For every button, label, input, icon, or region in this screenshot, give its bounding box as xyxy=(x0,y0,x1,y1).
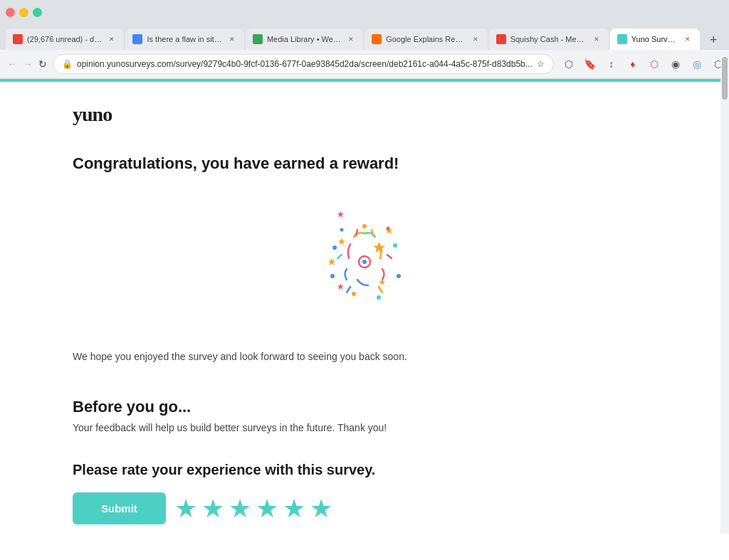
svg-marker-6 xyxy=(337,283,344,290)
back-button[interactable]: ← xyxy=(7,54,17,74)
scrollbar-thumb[interactable] xyxy=(722,57,728,100)
page-content: yuno Congratulations, you have earned a … xyxy=(44,82,685,546)
tab-yuno-label: Yuno Surveys xyxy=(631,35,678,43)
svg-point-16 xyxy=(340,228,344,232)
before-heading: Before you go... xyxy=(73,398,656,416)
tab-remix-favicon xyxy=(372,34,382,44)
svg-line-20 xyxy=(337,255,342,258)
extension-icon-2[interactable]: ◎ xyxy=(688,55,706,73)
rate-heading: Please rate your experience with this su… xyxy=(73,462,656,478)
browser-chrome: (29,676 unread) - de... ✕ Is there a fla… xyxy=(0,0,729,79)
new-tab-button[interactable]: + xyxy=(704,30,723,50)
svg-point-14 xyxy=(377,295,381,300)
tab-gmail-label: (29,676 unread) - de... xyxy=(27,35,103,43)
tab-gmail-close[interactable]: ✕ xyxy=(107,34,117,44)
star-6[interactable]: ★ xyxy=(310,494,332,524)
rating-row: Submit ★ ★ ★ ★ ★ ★ xyxy=(73,492,656,524)
address-text: opinion.yunosurveys.com/survey/9279c4b0-… xyxy=(77,59,533,69)
svg-marker-2 xyxy=(338,238,345,245)
close-button[interactable] xyxy=(6,8,15,17)
tab-media-close[interactable]: ✕ xyxy=(346,34,356,44)
tab-squishy-label: Squishy Cash - Mem... xyxy=(510,35,587,43)
page-area: yuno Congratulations, you have earned a … xyxy=(0,82,729,546)
address-bar-row: ← → ↻ 🔒 opinion.yunosurveys.com/survey/9… xyxy=(0,50,729,78)
tab-remix-label: Google Explains Rem... xyxy=(386,35,466,43)
tab-remix-close[interactable]: ✕ xyxy=(471,34,481,44)
forward-button[interactable]: → xyxy=(23,54,33,74)
svg-point-9 xyxy=(332,245,337,250)
refresh-button[interactable]: ↻ xyxy=(38,54,47,74)
submit-button[interactable]: Submit xyxy=(73,492,166,524)
minimize-button[interactable] xyxy=(19,8,28,17)
tab-site[interactable]: Is there a flaw in site... ✕ xyxy=(125,28,243,50)
tab-gmail[interactable]: (29,676 unread) - de... ✕ xyxy=(6,28,124,50)
toolbar-icons: ⬡ 🔖 ↕ ♦ ⬡ ◉ ◎ ⬡ ⋮ A xyxy=(560,55,729,73)
window-controls xyxy=(6,8,42,17)
extensions-button[interactable]: ⬡ xyxy=(560,55,578,73)
svg-marker-5 xyxy=(374,242,386,253)
tab-gmail-favicon xyxy=(13,34,23,44)
tab-yuno-favicon xyxy=(617,34,627,44)
logo: yuno xyxy=(73,103,656,126)
congrats-heading: Congratulations, you have earned a rewar… xyxy=(73,154,656,173)
address-bar[interactable]: 🔒 opinion.yunosurveys.com/survey/9279c4b… xyxy=(53,54,554,74)
scrollbar[interactable] xyxy=(720,50,729,534)
hope-text: We hope you enjoyed the survey and look … xyxy=(73,351,656,362)
svg-marker-4 xyxy=(328,258,336,266)
tab-squishy-close[interactable]: ✕ xyxy=(592,34,602,44)
svg-point-17 xyxy=(387,227,390,231)
memex-icon[interactable]: ♦ xyxy=(624,55,642,73)
feedback-text: Your feedback will help us build better … xyxy=(73,422,656,433)
celebration-svg xyxy=(293,187,436,329)
maximize-button[interactable] xyxy=(33,8,42,17)
svg-point-13 xyxy=(352,292,356,296)
star-4[interactable]: ★ xyxy=(256,494,278,524)
tab-media-label: Media Library • Wea... xyxy=(267,35,342,43)
star-3[interactable]: ★ xyxy=(229,494,251,524)
svg-marker-8 xyxy=(337,211,344,218)
tab-site-favicon xyxy=(132,34,142,44)
svg-point-10 xyxy=(393,243,397,248)
pocket-icon[interactable]: ⬡ xyxy=(645,55,664,73)
svg-point-1 xyxy=(362,260,367,264)
svg-line-22 xyxy=(347,287,350,292)
tab-media[interactable]: Media Library • Wea... ✕ xyxy=(246,28,363,50)
extension-icon-1[interactable]: ◉ xyxy=(666,55,685,73)
svg-line-23 xyxy=(379,287,382,292)
stars-container: ★ ★ ★ ★ ★ ★ xyxy=(174,494,332,524)
tab-yuno[interactable]: Yuno Surveys ✕ xyxy=(610,28,700,50)
celebration-container xyxy=(73,194,656,322)
bookmark-icon[interactable]: 🔖 xyxy=(581,55,599,73)
title-bar xyxy=(0,0,729,24)
tab-remix[interactable]: Google Explains Rem... ✕ xyxy=(364,28,487,50)
svg-marker-7 xyxy=(379,279,385,285)
sync-icon[interactable]: ↕ xyxy=(602,55,621,73)
tab-media-favicon xyxy=(253,34,263,44)
svg-point-11 xyxy=(330,274,335,278)
browser-window: (29,676 unread) - de... ✕ Is there a fla… xyxy=(0,0,729,560)
star-icon[interactable]: ☆ xyxy=(537,59,545,69)
svg-point-15 xyxy=(362,224,367,228)
svg-point-12 xyxy=(397,274,401,278)
tab-site-close[interactable]: ✕ xyxy=(227,34,237,44)
star-5[interactable]: ★ xyxy=(283,494,305,524)
star-2[interactable]: ★ xyxy=(201,494,224,524)
lock-icon: 🔒 xyxy=(62,59,73,69)
tab-squishy[interactable]: Squishy Cash - Mem... ✕ xyxy=(489,28,609,50)
tab-site-label: Is there a flaw in site... xyxy=(147,35,222,43)
star-1[interactable]: ★ xyxy=(174,494,197,524)
tab-yuno-close[interactable]: ✕ xyxy=(683,34,693,44)
svg-line-21 xyxy=(387,255,392,258)
tab-squishy-favicon xyxy=(496,34,506,44)
tabs-bar: (29,676 unread) - de... ✕ Is there a fla… xyxy=(0,24,729,50)
